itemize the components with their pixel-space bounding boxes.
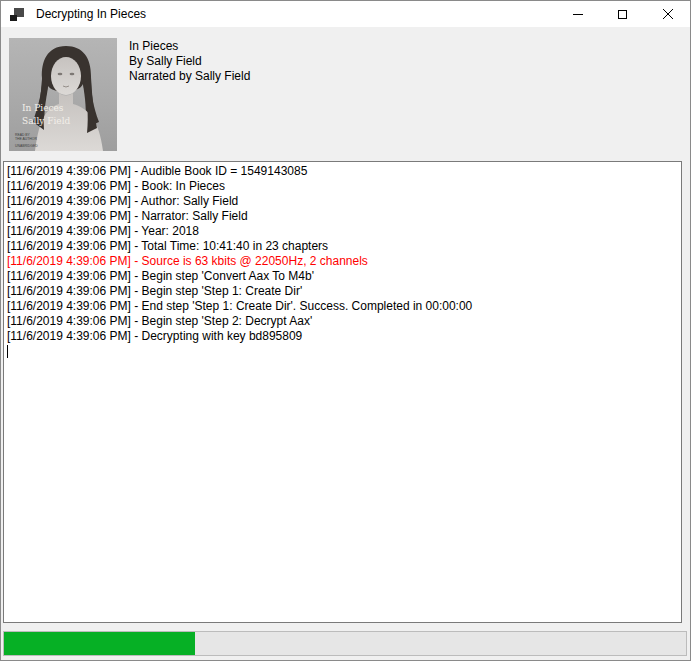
app-icon-square-small bbox=[10, 15, 17, 21]
close-button[interactable] bbox=[645, 1, 690, 27]
window-title: Decrypting In Pieces bbox=[36, 7, 146, 21]
log-line: [11/6/2019 4:39:06 PM] - Author: Sally F… bbox=[7, 194, 679, 209]
log-textbox[interactable]: [11/6/2019 4:39:06 PM] - Audible Book ID… bbox=[3, 161, 682, 623]
maximize-icon bbox=[618, 10, 627, 19]
cover-eye-left bbox=[58, 73, 63, 75]
progress-fill bbox=[4, 632, 195, 655]
minimize-icon bbox=[573, 14, 583, 15]
cover-title-text: In Pieces bbox=[22, 103, 64, 113]
log-line: [11/6/2019 4:39:06 PM] - Year: 2018 bbox=[7, 224, 679, 239]
book-info: In Pieces By Sally Field Narrated by Sal… bbox=[129, 39, 250, 84]
book-title: In Pieces bbox=[129, 39, 250, 54]
cover-author-text: Sally Field bbox=[22, 116, 71, 126]
log-line: [11/6/2019 4:39:06 PM] - End step 'Step … bbox=[7, 299, 679, 314]
log-line: [11/6/2019 4:39:06 PM] - Decrypting with… bbox=[7, 329, 679, 344]
log-caret-line bbox=[7, 344, 679, 359]
cover-readby-line2: THE AUTHOR bbox=[15, 137, 37, 141]
caption-buttons bbox=[555, 1, 690, 27]
text-caret bbox=[7, 345, 8, 358]
progress-bar bbox=[3, 631, 687, 656]
log-line: [11/6/2019 4:39:06 PM] - Source is 63 kb… bbox=[7, 254, 679, 269]
app-window: Decrypting In Pieces bbox=[0, 0, 691, 661]
log-line: [11/6/2019 4:39:06 PM] - Book: In Pieces bbox=[7, 179, 679, 194]
log-line: [11/6/2019 4:39:06 PM] - Narrator: Sally… bbox=[7, 209, 679, 224]
log-line: [11/6/2019 4:39:06 PM] - Begin step 'Ste… bbox=[7, 314, 679, 329]
log-line: [11/6/2019 4:39:06 PM] - Audible Book ID… bbox=[7, 164, 679, 179]
titlebar[interactable]: Decrypting In Pieces bbox=[1, 1, 690, 27]
app-icon bbox=[9, 6, 25, 22]
minimize-button[interactable] bbox=[555, 1, 600, 27]
maximize-button[interactable] bbox=[600, 1, 645, 27]
close-icon bbox=[663, 9, 673, 19]
cover-eye-right bbox=[70, 73, 75, 75]
log-line: [11/6/2019 4:39:06 PM] - Begin step 'Ste… bbox=[7, 284, 679, 299]
cover-unabridged: UNABRIDGED bbox=[15, 144, 38, 148]
cover-face bbox=[51, 57, 81, 95]
book-narrator: Narrated by Sally Field bbox=[129, 69, 250, 84]
book-cover-image: In Pieces Sally Field READ BY THE AUTHOR… bbox=[9, 38, 117, 151]
book-author: By Sally Field bbox=[129, 54, 250, 69]
log-line: [11/6/2019 4:39:06 PM] - Begin step 'Con… bbox=[7, 269, 679, 284]
log-line: [11/6/2019 4:39:06 PM] - Total Time: 10:… bbox=[7, 239, 679, 254]
